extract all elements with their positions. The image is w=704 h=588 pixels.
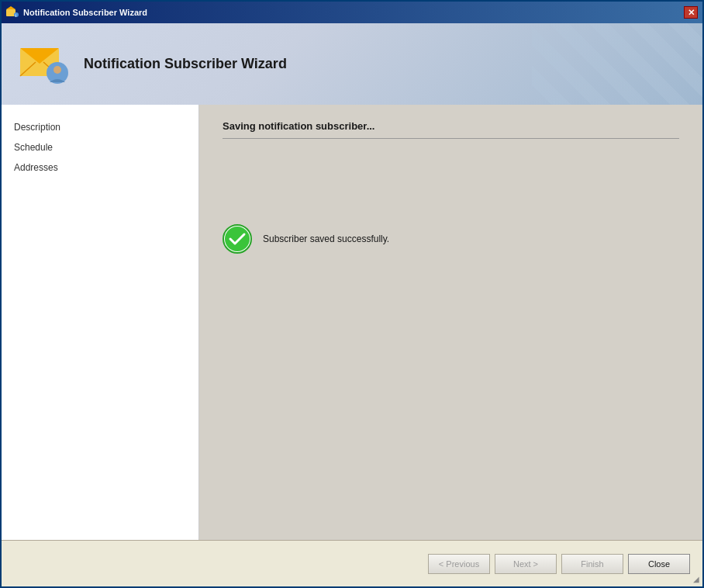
resize-grip: ◢ <box>693 575 699 583</box>
sidebar-item-description: Description <box>2 117 198 137</box>
success-message: Subscriber saved successfully. <box>263 233 389 244</box>
content-area: Saving notification subscriber... Subscr… <box>199 105 702 540</box>
svg-marker-1 <box>6 6 16 9</box>
success-row: Subscriber saved successfully. <box>223 224 679 254</box>
sidebar: Description Schedule Addresses <box>2 105 199 540</box>
svg-point-11 <box>225 227 250 251</box>
title-bar-text: Notification Subscriber Wizard <box>23 8 684 17</box>
sidebar-item-addresses: Addresses <box>2 157 198 178</box>
success-icon <box>223 224 252 254</box>
wizard-body: Description Schedule Addresses Saving no… <box>2 105 702 540</box>
previous-button[interactable]: < Previous <box>428 554 490 574</box>
wizard-window: i Notification Subscriber Wizard ✕ Notif… <box>0 0 704 588</box>
finish-button[interactable]: Finish <box>561 554 623 574</box>
wizard-footer: < Previous Next > Finish Close ◢ <box>2 540 702 586</box>
title-bar: i Notification Subscriber Wizard ✕ <box>2 2 702 23</box>
svg-point-9 <box>53 66 61 74</box>
wizard-header: Notification Subscriber Wizard <box>2 23 702 105</box>
next-button[interactable]: Next > <box>495 554 557 574</box>
wizard-title-icon: i <box>6 6 19 19</box>
close-button-footer[interactable]: Close <box>628 554 690 574</box>
header-title: Notification Subscriber Wizard <box>84 56 287 72</box>
saving-title: Saving notification subscriber... <box>223 120 679 132</box>
sidebar-item-schedule: Schedule <box>2 137 198 157</box>
close-button[interactable]: ✕ <box>684 6 698 19</box>
divider <box>223 138 679 139</box>
header-icon <box>17 37 71 92</box>
